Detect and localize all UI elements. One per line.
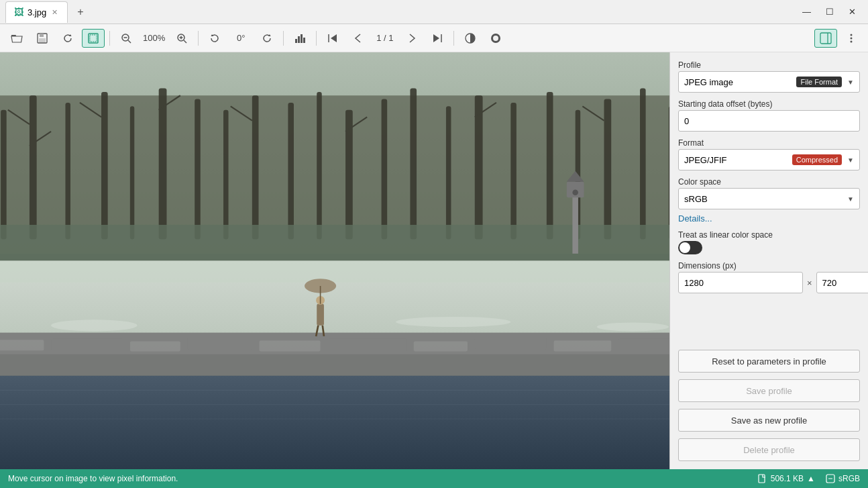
rotate-right-button[interactable] <box>256 29 278 48</box>
tab-close-button[interactable]: ✕ <box>50 7 59 17</box>
maximize-button[interactable]: ☐ <box>819 4 840 19</box>
svg-rect-74 <box>618 338 669 351</box>
fit-to-window-button[interactable] <box>82 29 105 48</box>
rotate-left-button[interactable] <box>203 29 226 48</box>
svg-point-88 <box>572 190 578 196</box>
svg-rect-32 <box>65 103 70 239</box>
format-value: JPEG/JFIF <box>684 155 727 165</box>
svg-rect-15 <box>301 34 303 43</box>
svg-rect-39 <box>288 103 294 239</box>
width-input[interactable] <box>678 272 803 293</box>
rotation-label: 0° <box>229 33 253 43</box>
tab-filename: 3.jpg <box>28 7 46 17</box>
nav-page-label: 1 / 1 <box>372 33 397 43</box>
svg-rect-44 <box>446 106 451 239</box>
svg-rect-37 <box>223 110 228 240</box>
svg-rect-14 <box>298 36 300 43</box>
svg-rect-72 <box>475 338 547 350</box>
file-icon <box>758 474 767 483</box>
format-dropdown[interactable]: JPEG/JFIF Compressed ▼ <box>678 149 860 170</box>
svg-rect-73 <box>554 340 612 351</box>
height-input[interactable] <box>816 272 868 293</box>
zoom-level-label: 100% <box>140 33 168 43</box>
toggle-knob <box>680 242 690 253</box>
save-profile-button[interactable]: Save profile <box>678 379 860 402</box>
svg-rect-2 <box>40 34 44 37</box>
minimize-button[interactable]: — <box>796 4 818 19</box>
svg-point-26 <box>851 40 853 42</box>
colorspace-label: Color space <box>678 177 860 187</box>
svg-point-25 <box>851 37 853 39</box>
color-button[interactable] <box>459 29 482 48</box>
svg-rect-43 <box>410 89 417 240</box>
file-size-label: 506.1 KB <box>771 474 804 483</box>
toolbar-separator-1 <box>109 31 110 46</box>
main-content: Profile JPEG image File Format ▼ Startin… <box>0 52 868 469</box>
svg-rect-67 <box>130 341 180 351</box>
status-bar: Move cursor on image to view pixel infor… <box>0 469 868 488</box>
toolbar-separator-3 <box>283 31 284 46</box>
palette-button[interactable] <box>484 29 507 48</box>
profile-dropdown[interactable]: JPEG image File Format ▼ <box>678 71 860 93</box>
profile-badge: File Format <box>796 77 842 87</box>
save-button[interactable] <box>31 29 54 48</box>
active-tab[interactable]: 🖼 3.jpg ✕ <box>5 1 68 23</box>
color-space-icon <box>826 474 835 483</box>
profile-section: Profile JPEG image File Format ▼ <box>678 60 860 93</box>
panel-toggle-button[interactable] <box>814 29 837 48</box>
svg-rect-38 <box>252 95 259 239</box>
zoom-in-button[interactable] <box>170 29 193 48</box>
title-bar: 🖼 3.jpg ✕ + — ☐ ✕ <box>0 0 868 24</box>
linear-toggle[interactable] <box>678 241 702 254</box>
window-controls: — ☐ ✕ <box>796 4 863 19</box>
linear-colorspace-section: Treat as linear color space <box>678 230 860 254</box>
svg-point-91 <box>597 323 669 332</box>
format-section: Format JPEG/JFIF Compressed ▼ <box>678 138 860 170</box>
svg-rect-79 <box>317 304 324 326</box>
details-link[interactable]: Details... <box>678 213 712 224</box>
colorspace-value: sRGB <box>684 194 708 204</box>
delete-profile-button[interactable]: Delete profile <box>678 438 860 461</box>
save-new-profile-button[interactable]: Save as new profile <box>678 409 860 432</box>
open-folder-button[interactable] <box>5 29 28 48</box>
image-view[interactable] <box>0 52 669 469</box>
svg-rect-65 <box>0 340 44 350</box>
svg-rect-49 <box>604 99 612 240</box>
offset-section: Starting data offset (bytes) <box>678 99 860 132</box>
svg-rect-66 <box>51 338 123 351</box>
nav-last-button[interactable] <box>426 29 449 48</box>
profile-dropdown-arrow: ▼ <box>847 79 854 86</box>
toolbar-separator-2 <box>198 31 199 46</box>
file-size-item: 506.1 KB ▲ <box>758 474 815 483</box>
nav-prev-button[interactable] <box>347 29 370 48</box>
dimensions-row: × <box>678 272 860 293</box>
nav-next-button[interactable] <box>400 29 423 48</box>
svg-rect-3 <box>39 38 46 42</box>
svg-rect-42 <box>382 99 388 240</box>
svg-point-89 <box>51 320 137 331</box>
toolbar: 100% 0° 1 / 1 <box>0 24 868 52</box>
svg-rect-63 <box>0 261 669 283</box>
svg-rect-70 <box>327 338 406 351</box>
close-button[interactable]: ✕ <box>842 4 863 19</box>
linear-label: Treat as linear color space <box>678 230 860 240</box>
svg-line-8 <box>128 40 131 43</box>
offset-input[interactable] <box>678 110 860 132</box>
refresh-button[interactable] <box>56 29 79 48</box>
linear-toggle-wrap <box>678 241 860 254</box>
svg-rect-13 <box>295 39 297 43</box>
svg-rect-69 <box>260 340 321 351</box>
svg-rect-31 <box>30 95 37 239</box>
toolbar-separator-5 <box>453 31 454 46</box>
new-tab-button[interactable]: + <box>70 3 90 21</box>
nav-first-button[interactable] <box>321 29 344 48</box>
svg-rect-34 <box>130 106 134 239</box>
zoom-out-button[interactable] <box>115 29 138 48</box>
svg-rect-47 <box>547 92 553 239</box>
reset-profile-button[interactable]: Reset to parameters in profile <box>678 350 860 373</box>
colorspace-dropdown[interactable]: sRGB ▼ <box>678 188 860 209</box>
more-options-button[interactable] <box>840 29 863 48</box>
svg-point-90 <box>396 317 510 327</box>
histogram-button[interactable] <box>288 29 311 48</box>
tab-file-icon: 🖼 <box>14 7 23 17</box>
